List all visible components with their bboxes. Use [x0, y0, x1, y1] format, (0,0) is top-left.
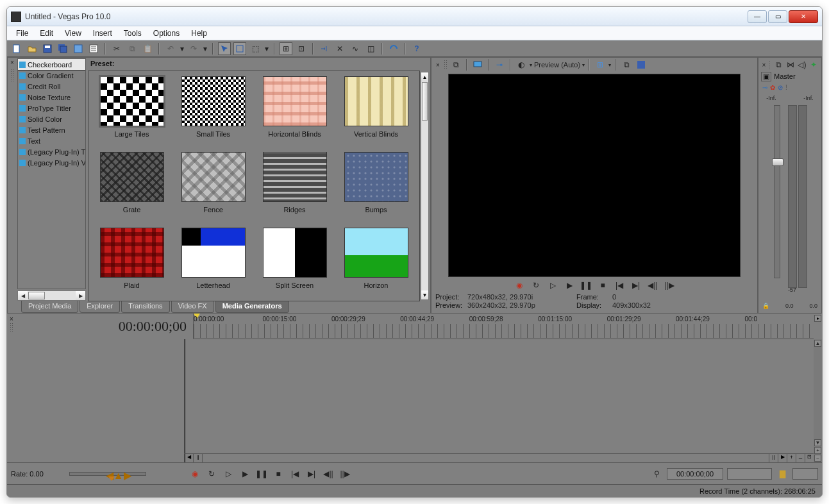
preset-item[interactable]: Large Tiles [94, 76, 170, 146]
next-frame-icon[interactable]: ||▶ [339, 467, 351, 480]
menu-insert[interactable]: Insert [88, 28, 117, 39]
scroll-thumb[interactable]: || [769, 454, 778, 462]
loop-icon[interactable]: ↻ [205, 467, 218, 480]
timeline-ruler[interactable]: 0:00:00:0000:00:15:0000:00:29;2900:00:44… [194, 314, 814, 339]
save-icon[interactable] [41, 42, 54, 55]
generator-item[interactable]: Solid Color [18, 113, 85, 124]
envelope-edit-icon[interactable] [233, 42, 246, 55]
scroll-up-icon[interactable]: ▲ [421, 72, 428, 81]
go-end-icon[interactable]: ▶| [630, 279, 642, 292]
scroll-left-icon[interactable]: ◀ [185, 454, 194, 462]
copy-snapshot-icon[interactable]: ⧉ [620, 58, 633, 71]
scroll-right-icon[interactable]: ▶ [778, 454, 787, 462]
lock-envelopes-icon[interactable]: ∿ [349, 42, 362, 55]
project-video-icon[interactable]: ⧉ [449, 58, 462, 71]
tab-media-generators[interactable]: Media Generators [215, 301, 289, 313]
drop-icon[interactable]: ▾ [608, 62, 611, 68]
go-end-icon[interactable]: ▶| [305, 467, 318, 480]
preset-item[interactable]: Plaid [94, 228, 170, 297]
generator-item[interactable]: Checkerboard [18, 59, 85, 70]
vscroll-down-icon[interactable]: ▼ [814, 439, 821, 446]
playhead[interactable] [185, 339, 185, 462]
scroll-down-icon[interactable]: ▼ [421, 290, 428, 299]
preset-item[interactable]: Horizon [338, 228, 414, 297]
rate-slider[interactable]: ◀▲▶ [69, 472, 146, 476]
drop-icon[interactable]: ▾ [582, 62, 585, 68]
scroll-thumb[interactable]: || [194, 454, 203, 462]
redo-drop-icon[interactable]: ▾ [203, 42, 208, 55]
close-button[interactable]: ✕ [789, 10, 818, 23]
scroll-thumb[interactable] [422, 82, 428, 121]
tab-video-fx[interactable]: Video FX [171, 301, 214, 313]
grip-icon[interactable] [10, 323, 13, 333]
prev-frame-icon[interactable]: ◀|| [322, 467, 335, 480]
redo-icon[interactable]: ↷ [187, 42, 200, 55]
menu-file[interactable]: File [11, 28, 33, 39]
loop-icon[interactable]: ↻ [530, 279, 542, 292]
render-icon[interactable] [72, 42, 85, 55]
help-icon[interactable]: ? [410, 42, 423, 55]
menu-view[interactable]: View [60, 28, 87, 39]
marker-tool-icon[interactable]: ▸ [814, 315, 821, 322]
save-snapshot-icon[interactable] [635, 58, 648, 71]
properties-icon[interactable] [87, 42, 100, 55]
open-icon[interactable] [26, 42, 38, 55]
selection-length-field[interactable] [792, 468, 818, 480]
drop-icon[interactable]: ▾ [530, 62, 532, 68]
grip-icon[interactable] [444, 60, 448, 70]
insert-bus-icon[interactable]: ✦ [809, 58, 819, 71]
timeline-area[interactable]: ◀ || || ▶ + − ⊡ [185, 339, 814, 462]
snap-grid-icon[interactable]: ⊡ [295, 42, 308, 55]
paste-icon[interactable]: 📋 [141, 42, 154, 55]
play-start-icon[interactable]: ▷ [222, 467, 235, 480]
selection-start-field[interactable] [727, 468, 772, 480]
what-icon[interactable] [387, 42, 400, 55]
menu-edit[interactable]: Edit [35, 28, 58, 39]
preset-item[interactable]: Ridges [256, 152, 333, 221]
go-start-icon[interactable]: |◀ [613, 279, 626, 292]
preset-item[interactable]: Vertical Blinds [338, 76, 414, 146]
video-fx-icon[interactable]: ⊸ [493, 58, 506, 71]
panel-close-icon[interactable]: × [8, 59, 16, 66]
master-expand-icon[interactable]: ▣ [761, 72, 771, 81]
saveall-icon[interactable] [56, 42, 69, 55]
menu-tools[interactable]: Tools [119, 28, 147, 39]
mixer-prop-icon[interactable]: ⧉ [773, 58, 783, 71]
timecode-display[interactable]: 00:00:00;00 [16, 314, 194, 339]
tab-explorer[interactable]: Explorer [80, 301, 120, 313]
generator-item[interactable]: (Legacy Plug-In) Ti [18, 146, 85, 157]
preset-item[interactable]: Horizontal Blinds [256, 76, 333, 146]
copy-icon[interactable]: ⧉ [126, 42, 138, 55]
next-frame-icon[interactable]: ||▶ [663, 279, 676, 292]
play-icon[interactable]: ▶ [239, 467, 251, 480]
record-icon[interactable]: ◉ [188, 467, 201, 480]
set-loop-icon[interactable]: ⚲ [650, 467, 663, 480]
scroll-left-icon[interactable]: ◀ [18, 291, 28, 300]
prev-frame-icon[interactable]: ◀|| [646, 279, 659, 292]
snap-icon[interactable]: ⊞ [280, 42, 292, 55]
minimize-button[interactable]: — [748, 10, 767, 23]
cut-icon[interactable]: ✂ [110, 42, 123, 55]
preset-item[interactable]: Letterhead [175, 228, 251, 297]
go-start-icon[interactable]: |◀ [289, 467, 301, 480]
normal-edit-icon[interactable] [218, 42, 231, 55]
preview-quality-label[interactable]: Preview (Auto) [534, 61, 580, 69]
pause-icon[interactable]: ❚❚ [580, 279, 592, 292]
titlebar[interactable]: Untitled - Vegas Pro 10.0 — ▭ ✕ [7, 7, 822, 26]
generator-item[interactable]: Text [18, 135, 85, 146]
panel-close-icon[interactable]: × [8, 315, 15, 323]
preset-item[interactable]: Fence [175, 152, 251, 221]
preset-item[interactable]: Bumps [338, 152, 414, 221]
grip-icon[interactable] [769, 60, 771, 69]
grip-icon[interactable] [10, 69, 14, 81]
folder-icon[interactable]: ▇ [776, 467, 789, 480]
downmix-icon[interactable]: ⋈ [785, 58, 795, 71]
vzoom-out-icon[interactable]: − [814, 455, 821, 462]
menu-options[interactable]: Options [148, 28, 185, 39]
position-field[interactable]: 00:00:00;00 [667, 468, 723, 480]
new-icon[interactable] [10, 42, 23, 55]
generator-item[interactable]: (Legacy Plug-In) Vi [18, 157, 85, 168]
pause-icon[interactable]: ❚❚ [255, 467, 268, 480]
zoom-in-icon[interactable]: + [787, 454, 796, 462]
bus-out-icon[interactable]: ⊸ [762, 84, 767, 91]
